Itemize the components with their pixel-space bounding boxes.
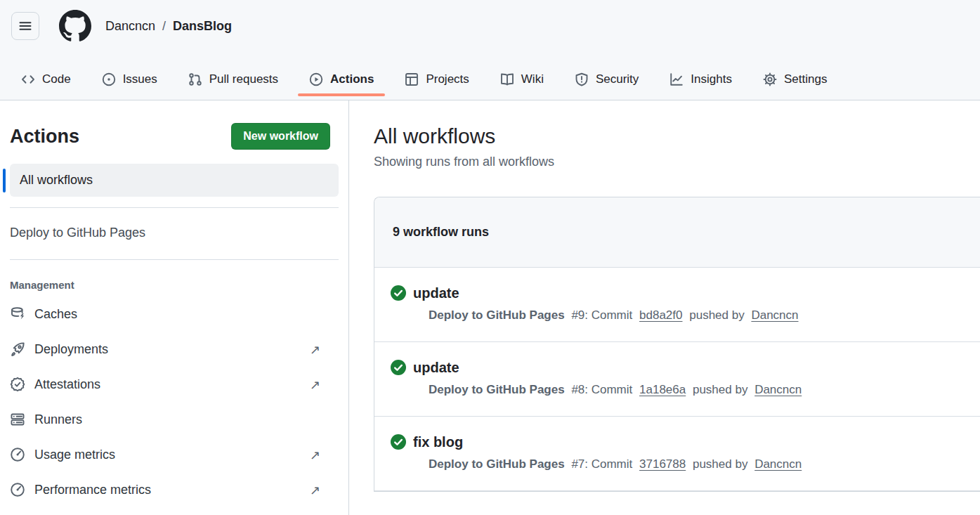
server-icon [10, 412, 25, 427]
divider [10, 259, 339, 260]
run-workflow-link[interactable]: Deploy to GitHub Pages [429, 457, 565, 471]
page-body: Actions New workflow All workflows Deplo… [0, 100, 980, 515]
run-actor-link[interactable]: Dancncn [751, 308, 798, 322]
tab-projects[interactable]: Projects [405, 67, 469, 92]
sidebar-item-label: Attestations [34, 377, 100, 392]
tab-settings[interactable]: Settings [763, 67, 827, 92]
run-number-text: #7: Commit [571, 457, 632, 471]
run-number-text: #8: Commit [571, 383, 632, 396]
tab-wiki[interactable]: Wiki [500, 67, 544, 92]
check-circle-success-icon [390, 285, 407, 301]
repo-header: Dancncn / DansBlog Code [0, 0, 980, 100]
run-pushed-text: pushed by [689, 308, 744, 322]
sidebar-item-usage-metrics[interactable]: Usage metrics ↗ [0, 437, 348, 472]
sidebar-item-workflow-deploy[interactable]: Deploy to GitHub Pages [0, 219, 348, 249]
tab-code[interactable]: Code [21, 67, 71, 92]
tab-label: Code [42, 72, 71, 86]
tab-label: Settings [784, 72, 827, 86]
git-pull-request-icon [188, 72, 202, 86]
tab-label: Security [596, 72, 639, 86]
breadcrumb-owner[interactable]: Dancncn [105, 19, 155, 34]
run-commit-link[interactable]: bd8a2f0 [639, 308, 682, 322]
graph-icon [669, 72, 684, 86]
run-title-link[interactable]: update [413, 285, 459, 301]
meter-icon [10, 482, 25, 497]
workflow-run-row[interactable]: update Deploy to GitHub Pages #9: Commit… [374, 268, 980, 341]
sidebar-item-label: Caches [34, 307, 77, 322]
sidebar-item-runners[interactable]: Runners [0, 402, 348, 437]
tab-label: Actions [330, 72, 374, 86]
tab-security[interactable]: Security [575, 67, 639, 92]
run-workflow-link[interactable]: Deploy to GitHub Pages [429, 383, 565, 396]
external-link-icon: ↗ [310, 342, 320, 357]
sidebar-item-deployments[interactable]: Deployments ↗ [0, 332, 348, 367]
book-icon [500, 72, 514, 86]
issue-opened-icon [102, 72, 116, 86]
shield-exclamation-icon [575, 72, 589, 86]
breadcrumb-separator: / [162, 19, 166, 34]
sidebar-item-label: Usage metrics [34, 448, 115, 462]
run-workflow-link[interactable]: Deploy to GitHub Pages [429, 308, 565, 322]
sidebar-item-performance-metrics[interactable]: Performance metrics ↗ [0, 472, 348, 507]
verified-icon [10, 377, 25, 392]
runs-count-label: 9 workflow runs [393, 225, 489, 240]
gear-icon [763, 72, 777, 86]
workflow-run-row[interactable]: update Deploy to GitHub Pages #8: Commit… [374, 341, 980, 416]
tab-pull-requests[interactable]: Pull requests [188, 67, 278, 92]
tab-issues[interactable]: Issues [102, 67, 157, 92]
management-section-title: Management [0, 270, 348, 296]
play-circle-icon [309, 72, 323, 86]
external-link-icon: ↗ [310, 483, 320, 497]
header-top-row: Dancncn / DansBlog [0, 0, 980, 42]
run-pushed-text: pushed by [693, 457, 747, 471]
run-details: Deploy to GitHub Pages #7: Commit 371678… [429, 457, 980, 471]
rocket-icon [10, 341, 25, 357]
check-circle-success-icon [390, 359, 407, 376]
breadcrumb-repo[interactable]: DansBlog [173, 19, 232, 34]
run-commit-link[interactable]: 3716788 [639, 457, 686, 471]
tab-label: Pull requests [209, 72, 278, 86]
global-nav-menu-button[interactable] [11, 12, 39, 40]
workflow-runs-main: All workflows Showing runs from all work… [349, 100, 980, 515]
divider [10, 207, 339, 208]
sidebar-item-caches[interactable]: Caches [0, 296, 348, 332]
workflow-run-row[interactable]: fix blog Deploy to GitHub Pages #7: Comm… [374, 416, 980, 491]
sidebar-title: Actions [10, 126, 79, 148]
run-commit-link[interactable]: 1a18e6a [639, 383, 686, 396]
page-title: All workflows [374, 124, 980, 148]
breadcrumb: Dancncn / DansBlog [105, 19, 232, 34]
meter-icon [10, 447, 25, 462]
run-details: Deploy to GitHub Pages #8: Commit 1a18e6… [429, 383, 980, 397]
table-icon [405, 72, 419, 86]
run-details: Deploy to GitHub Pages #9: Commit bd8a2f… [429, 308, 980, 322]
run-actor-link[interactable]: Dancncn [754, 383, 802, 396]
run-title-link[interactable]: fix blog [413, 434, 463, 450]
run-actor-link[interactable]: Dancncn [754, 457, 802, 471]
sidebar-item-label: Deployments [34, 342, 108, 357]
sidebar-item-attestations[interactable]: Attestations ↗ [0, 367, 348, 402]
active-item-indicator [3, 169, 6, 193]
sidebar-item-label: Performance metrics [34, 483, 151, 497]
actions-sidebar: Actions New workflow All workflows Deplo… [0, 100, 349, 515]
code-icon [21, 72, 35, 86]
sidebar-item-all-workflows[interactable]: All workflows [10, 164, 339, 197]
github-logo[interactable] [59, 10, 91, 42]
sidebar-item-label: Runners [34, 412, 82, 427]
external-link-icon: ↗ [310, 448, 320, 462]
new-workflow-button[interactable]: New workflow [231, 123, 330, 150]
github-actions-page: Dancncn / DansBlog Code [0, 0, 980, 515]
tab-label: Insights [691, 72, 732, 86]
run-title-link[interactable]: update [413, 360, 459, 376]
tab-label: Wiki [521, 72, 544, 86]
external-link-icon: ↗ [310, 377, 320, 392]
sidebar-item-all-workflows-wrap: All workflows [10, 164, 339, 197]
runs-count-header: 9 workflow runs [374, 197, 980, 268]
run-number-text: #9: Commit [571, 308, 632, 322]
tab-insights[interactable]: Insights [669, 67, 732, 92]
hamburger-icon [18, 19, 32, 33]
sidebar-header: Actions New workflow [0, 123, 348, 150]
page-subtitle: Showing runs from all workflows [374, 155, 980, 169]
tab-label: Projects [426, 72, 469, 86]
run-pushed-text: pushed by [693, 383, 747, 396]
tab-actions[interactable]: Actions [309, 67, 374, 92]
